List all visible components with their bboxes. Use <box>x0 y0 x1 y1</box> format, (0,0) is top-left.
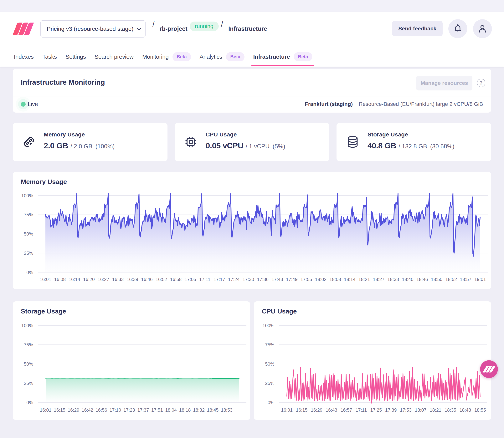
breadcrumb-project[interactable]: rb-project <box>160 25 188 32</box>
svg-text:16:46: 16:46 <box>141 277 153 282</box>
svg-text:17:30: 17:30 <box>243 277 254 282</box>
svg-text:16:58: 16:58 <box>170 277 181 282</box>
beta-badge: Beta <box>226 52 245 61</box>
tab-bar: Indexes Tasks Settings Search preview Mo… <box>14 50 321 66</box>
svg-text:0%: 0% <box>26 400 33 405</box>
svg-text:18:21: 18:21 <box>358 277 370 282</box>
project-selector-value: Pricing v3 (resource-based stage) <box>47 26 134 32</box>
stat-total: / 1 vCPU <box>246 143 269 150</box>
svg-text:18:21: 18:21 <box>430 407 441 413</box>
account-button[interactable] <box>473 19 492 38</box>
svg-text:18:08: 18:08 <box>329 277 341 282</box>
breadcrumb-separator: / <box>221 20 223 28</box>
tab-search-preview[interactable]: Search preview <box>95 50 134 66</box>
svg-text:17:23: 17:23 <box>123 407 135 413</box>
beta-badge: Beta <box>172 52 191 61</box>
meilisearch-chat-logo-icon <box>482 365 496 373</box>
stat-title: Storage Usage <box>368 131 454 138</box>
live-status-row: Live Frankfurt (staging) Resource-Based … <box>13 96 491 113</box>
region-label: Frankfurt (staging) <box>305 101 353 107</box>
project-selector[interactable]: Pricing v3 (resource-based stage) <box>40 20 146 38</box>
breadcrumb-page: Infrastructure <box>228 25 267 32</box>
svg-text:17:55: 17:55 <box>301 277 312 282</box>
bell-icon <box>453 24 462 33</box>
notifications-button[interactable] <box>448 19 467 38</box>
svg-text:16:39: 16:39 <box>127 277 138 282</box>
storage-icon <box>346 135 359 149</box>
plan-label: Resource-Based (EU/Frankfurt) large 2 vC… <box>359 101 483 107</box>
svg-text:18:55: 18:55 <box>474 407 486 413</box>
stat-total: / 132.8 GB <box>399 143 427 150</box>
stat-percent: (100%) <box>95 143 115 150</box>
tab-indexes[interactable]: Indexes <box>14 50 34 66</box>
meilisearch-logo-icon <box>12 22 34 35</box>
beta-badge: Beta <box>294 52 312 61</box>
svg-text:50%: 50% <box>265 361 274 367</box>
tab-settings[interactable]: Settings <box>66 50 86 66</box>
infrastructure-monitoring-panel: Infrastructure Monitoring Manage resourc… <box>13 69 491 113</box>
svg-text:0%: 0% <box>268 400 274 405</box>
stat-title: CPU Usage <box>206 131 285 138</box>
svg-text:18:50: 18:50 <box>431 277 442 282</box>
svg-text:16:29: 16:29 <box>68 407 79 413</box>
svg-text:18:33: 18:33 <box>387 277 399 282</box>
manage-resources-button[interactable]: Manage resources <box>416 76 472 90</box>
svg-text:18:35: 18:35 <box>445 407 456 413</box>
svg-text:16:15: 16:15 <box>54 407 65 413</box>
svg-text:75%: 75% <box>265 342 274 347</box>
status-badge: running <box>190 22 219 31</box>
svg-text:25%: 25% <box>265 381 274 386</box>
svg-text:17:49: 17:49 <box>286 277 298 282</box>
svg-text:50%: 50% <box>24 231 33 237</box>
tab-tasks[interactable]: Tasks <box>42 50 57 66</box>
svg-text:25%: 25% <box>24 251 33 256</box>
tab-infrastructure[interactable]: InfrastructureBeta <box>253 50 312 66</box>
tab-monitoring[interactable]: MonitoringBeta <box>142 50 191 66</box>
memory-usage-chart: 100%75%50%25%0%16:0116:0816:1416:2016:27… <box>13 172 491 289</box>
svg-text:18:14: 18:14 <box>344 277 356 282</box>
send-feedback-button[interactable]: Send feedback <box>392 21 443 36</box>
tab-analytics[interactable]: AnalyticsBeta <box>200 50 245 66</box>
svg-text:19:01: 19:01 <box>474 277 486 282</box>
logo[interactable] <box>12 22 34 36</box>
svg-text:16:52: 16:52 <box>156 277 167 282</box>
svg-text:16:42: 16:42 <box>82 407 93 413</box>
help-icon[interactable]: ? <box>477 79 485 87</box>
svg-text:0%: 0% <box>26 270 33 275</box>
svg-text:16:14: 16:14 <box>69 277 80 282</box>
instance-info: Frankfurt (staging) Resource-Based (EU/F… <box>305 101 483 107</box>
user-icon <box>478 24 487 33</box>
svg-text:16:27: 16:27 <box>98 277 109 282</box>
stat-title: Memory Usage <box>44 131 115 138</box>
app-header: Pricing v3 (resource-based stage) / rb-p… <box>0 12 504 66</box>
stat-total: / 2.0 GB <box>70 143 92 150</box>
svg-text:17:51: 17:51 <box>151 407 163 413</box>
svg-text:17:24: 17:24 <box>228 277 239 282</box>
svg-text:25%: 25% <box>24 381 33 386</box>
svg-text:18:32: 18:32 <box>193 407 205 413</box>
svg-text:75%: 75% <box>24 212 33 217</box>
cpu-icon <box>184 135 197 149</box>
stat-percent: (5%) <box>273 143 285 150</box>
svg-text:17:11: 17:11 <box>356 407 367 413</box>
memory-usage-chart-card: Memory Usage 100%75%50%25%0%16:0116:0816… <box>13 172 491 289</box>
svg-text:18:52: 18:52 <box>445 277 457 282</box>
svg-text:16:08: 16:08 <box>54 277 66 282</box>
svg-text:17:37: 17:37 <box>137 407 149 413</box>
chevron-down-icon <box>136 26 142 32</box>
svg-text:17:25: 17:25 <box>370 407 382 413</box>
breadcrumb-separator: / <box>152 20 155 28</box>
svg-text:17:10: 17:10 <box>110 407 121 413</box>
live-status-dot <box>21 102 26 107</box>
cpu-usage-stat-card: CPU Usage 0.05 vCPU / 1 vCPU (5%) <box>175 123 329 161</box>
svg-text:18:45: 18:45 <box>207 407 219 413</box>
svg-text:16:15: 16:15 <box>296 407 307 413</box>
stat-value: 40.8 GB <box>368 141 396 150</box>
svg-text:17:53: 17:53 <box>400 407 412 413</box>
chat-launcher-button[interactable] <box>480 360 498 378</box>
svg-text:17:36: 17:36 <box>257 277 269 282</box>
stat-value: 0.05 vCPU <box>206 141 243 150</box>
svg-text:18:46: 18:46 <box>416 277 428 282</box>
stat-value: 2.0 GB <box>44 141 68 150</box>
svg-text:16:01: 16:01 <box>40 277 51 282</box>
